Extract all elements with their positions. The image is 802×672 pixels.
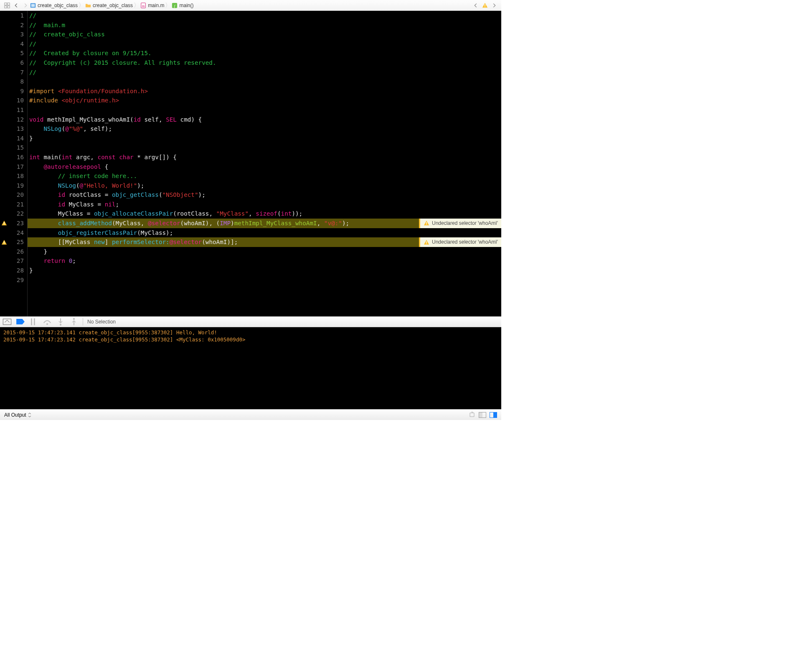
code-line: "MyClass" bbox=[216, 210, 249, 217]
code-line: objc_getClass bbox=[112, 191, 159, 198]
code-line: @ bbox=[65, 125, 69, 132]
code-line: (rootClass, bbox=[173, 210, 216, 217]
code-line: (whoAmI), ( bbox=[180, 220, 220, 227]
code-line: IMP bbox=[220, 220, 231, 227]
xcode-project-icon bbox=[30, 3, 36, 8]
code-line: argv[]) { bbox=[141, 154, 177, 160]
code-line: class_addMethod bbox=[29, 220, 112, 227]
crumb-project[interactable]: create_objc_class bbox=[30, 3, 78, 8]
code-line: @ bbox=[80, 182, 84, 189]
code-line: id bbox=[29, 191, 65, 198]
code-line: #include bbox=[29, 97, 61, 104]
code-line: (MyClass); bbox=[137, 229, 173, 236]
clear-console-icon[interactable] bbox=[469, 411, 475, 419]
code-line: ( bbox=[159, 191, 162, 198]
svg-rect-21 bbox=[31, 318, 32, 326]
code-line: ); bbox=[198, 191, 206, 198]
code-line: * bbox=[134, 154, 141, 160]
breakpoints-toggle-icon[interactable] bbox=[16, 318, 25, 325]
output-filter-label: All Output bbox=[4, 412, 26, 418]
updown-icon bbox=[28, 412, 31, 417]
code-line: (whoAmI)]; bbox=[202, 239, 238, 245]
issue-gutter bbox=[0, 11, 8, 316]
step-into-icon[interactable] bbox=[56, 318, 65, 325]
variables-pane-toggle[interactable] bbox=[479, 412, 486, 418]
continue-icon[interactable] bbox=[29, 318, 38, 325]
code-line: cmd) { bbox=[177, 116, 202, 123]
code-line: ( bbox=[61, 125, 65, 132]
thread-selector[interactable]: No Selection bbox=[87, 319, 116, 325]
svg-rect-14 bbox=[4, 241, 4, 243]
warning-flag[interactable]: Undeclared selector 'whoAmI' bbox=[419, 219, 501, 228]
warning-text: Undeclared selector 'whoAmI' bbox=[432, 219, 498, 228]
code-line: // bbox=[29, 69, 36, 76]
svg-rect-11 bbox=[485, 6, 485, 7]
divider bbox=[83, 318, 83, 326]
svg-rect-19 bbox=[426, 243, 426, 244]
code-line: methImpl_MyClass_whoAmI bbox=[234, 220, 317, 227]
crumb-chevron-icon: 〉 bbox=[79, 2, 84, 9]
code-line: // bbox=[29, 12, 36, 19]
warning-flag[interactable]: Undeclared selector 'whoAmI' bbox=[419, 237, 501, 247]
folder-icon bbox=[85, 3, 91, 8]
hide-debug-icon[interactable] bbox=[3, 318, 12, 325]
code-line: ) bbox=[231, 220, 234, 227]
crumb-symbol[interactable]: f main() bbox=[172, 3, 193, 8]
crumb-file[interactable]: m main.m bbox=[140, 3, 164, 8]
svg-point-25 bbox=[73, 318, 75, 320]
issues-prev-icon[interactable] bbox=[471, 2, 480, 9]
svg-rect-1 bbox=[8, 3, 10, 5]
warning-icon[interactable] bbox=[1, 220, 7, 226]
code-line: { bbox=[101, 163, 108, 170]
warning-icon bbox=[424, 220, 429, 226]
code-line: } bbox=[29, 135, 33, 142]
nav-forward-icon[interactable] bbox=[21, 2, 30, 9]
crumb-project-label: create_objc_class bbox=[38, 3, 78, 8]
code-line: self, bbox=[141, 116, 166, 123]
svg-rect-18 bbox=[426, 241, 426, 243]
code-line: ( bbox=[76, 182, 80, 189]
code-line: <Foundation/Foundation.h> bbox=[58, 88, 148, 94]
debug-console[interactable]: 2015-09-15 17:47:23.141 create_objc_clas… bbox=[0, 327, 501, 409]
crumb-file-label: main.m bbox=[148, 3, 164, 8]
code-line: } bbox=[29, 267, 33, 274]
code-line: @selector bbox=[170, 239, 202, 245]
m-file-icon: m bbox=[140, 3, 146, 8]
code-line: id bbox=[29, 201, 65, 208]
code-line: performSelector: bbox=[112, 239, 170, 245]
svg-rect-2 bbox=[5, 5, 7, 8]
step-over-icon[interactable] bbox=[43, 318, 52, 325]
svg-rect-10 bbox=[485, 4, 485, 6]
code-line: } bbox=[29, 248, 47, 255]
console-pane-toggle[interactable] bbox=[490, 412, 497, 418]
code-line: methImpl_MyClass_whoAmI bbox=[43, 116, 130, 123]
output-filter[interactable]: All Output bbox=[4, 412, 31, 418]
code-line: main( bbox=[40, 154, 62, 160]
code-line: ; bbox=[72, 257, 76, 264]
warning-text: Undeclared selector 'whoAmI' bbox=[432, 237, 498, 247]
svg-rect-17 bbox=[426, 224, 426, 225]
warning-icon[interactable] bbox=[1, 239, 7, 245]
warning-icon[interactable] bbox=[482, 3, 488, 8]
code-line: ; bbox=[116, 201, 119, 208]
issues-next-icon[interactable] bbox=[490, 2, 499, 9]
code-line: id bbox=[134, 116, 141, 123]
step-out-icon[interactable] bbox=[69, 318, 79, 325]
crumb-folder-label: create_objc_class bbox=[93, 3, 133, 8]
code-column[interactable]: // // main.m // create_objc_class // // … bbox=[28, 11, 501, 316]
code-line: int bbox=[29, 154, 40, 160]
console-line: 2015-09-15 17:47:23.141 create_objc_clas… bbox=[3, 329, 217, 336]
code-editor[interactable]: 1234567891011121314151617181920212223242… bbox=[0, 11, 501, 316]
related-items-icon[interactable] bbox=[3, 2, 12, 9]
crumb-folder[interactable]: create_objc_class bbox=[85, 3, 133, 8]
code-line: SEL bbox=[166, 116, 177, 123]
issues-nav bbox=[471, 2, 499, 9]
svg-rect-3 bbox=[8, 5, 10, 8]
code-line: (MyClass, bbox=[112, 220, 148, 227]
svg-text:m: m bbox=[142, 4, 145, 8]
jump-bar: create_objc_class 〉 create_objc_class 〉 … bbox=[0, 0, 501, 11]
svg-rect-16 bbox=[426, 222, 426, 224]
nav-back-icon[interactable] bbox=[12, 2, 21, 9]
code-line: , bbox=[249, 210, 256, 217]
code-line: NSLog bbox=[29, 125, 61, 132]
